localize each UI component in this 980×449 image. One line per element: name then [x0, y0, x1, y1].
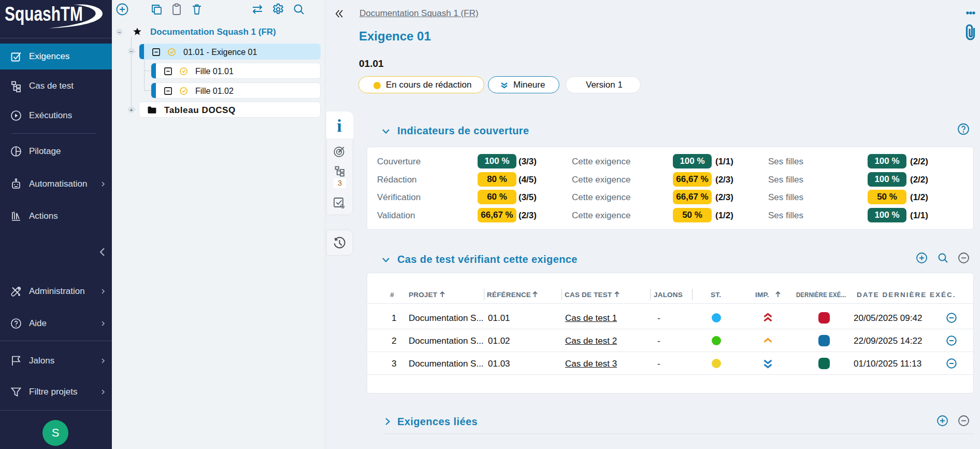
svg-text:SquashTM: SquashTM	[5, 3, 83, 25]
